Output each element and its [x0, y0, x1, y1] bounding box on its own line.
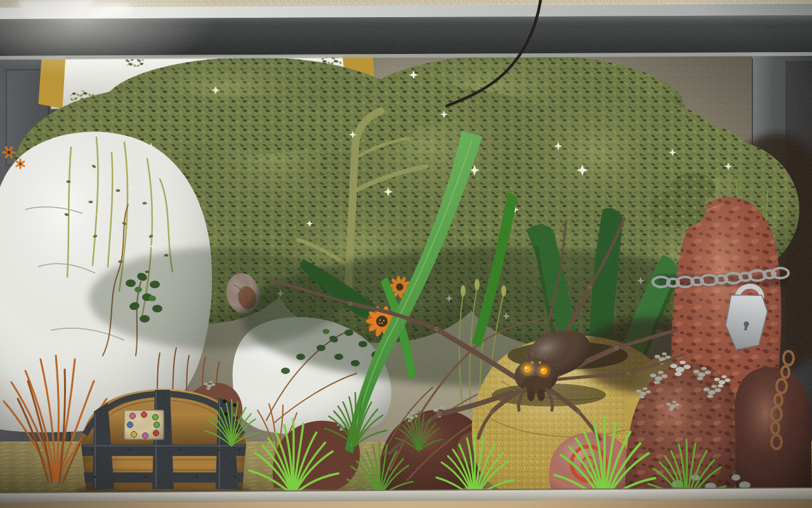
vignette: [0, 0, 812, 508]
terrarium-scene: [0, 0, 812, 508]
